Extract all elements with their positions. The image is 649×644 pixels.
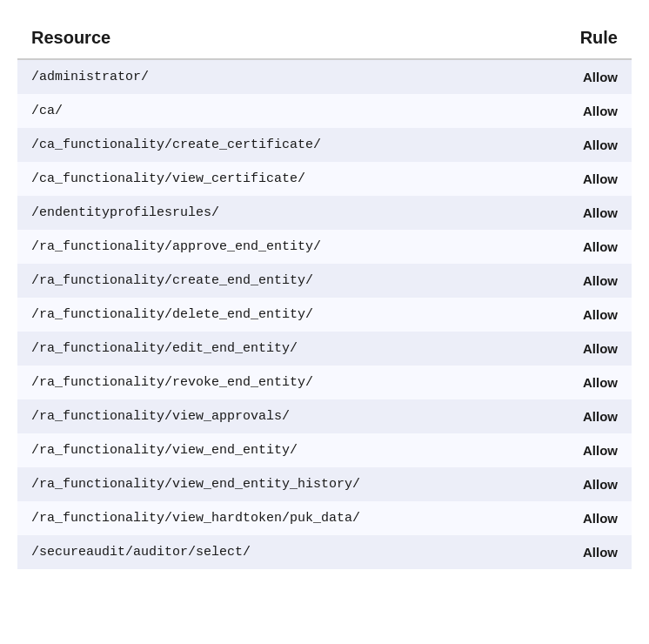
rule-cell: Allow xyxy=(536,501,632,535)
resource-cell: /ca/ xyxy=(17,94,536,128)
table-row: /ra_functionality/approve_end_entity/All… xyxy=(17,230,632,264)
table-row: /ra_functionality/edit_end_entity/Allow xyxy=(17,332,632,366)
resource-cell: /ra_functionality/edit_end_entity/ xyxy=(17,332,536,366)
rule-cell: Allow xyxy=(536,230,632,264)
resource-cell: /ra_functionality/view_approvals/ xyxy=(17,399,536,433)
table-row: /ca_functionality/create_certificate/All… xyxy=(17,128,632,162)
resource-cell: /ra_functionality/view_hardtoken/puk_dat… xyxy=(17,501,536,535)
rule-cell: Allow xyxy=(536,298,632,332)
table-row: /ca_functionality/view_certificate/Allow xyxy=(17,162,632,196)
table-row: /ra_functionality/view_hardtoken/puk_dat… xyxy=(17,501,632,535)
rule-column-header: Rule xyxy=(536,17,632,59)
rule-cell: Allow xyxy=(536,94,632,128)
rule-cell: Allow xyxy=(536,196,632,230)
resource-cell: /ra_functionality/view_end_entity_histor… xyxy=(17,467,536,501)
resource-rule-table: Resource Rule /administrator/Allow/ca/Al… xyxy=(17,17,632,569)
table-row: /ra_functionality/delete_end_entity/Allo… xyxy=(17,298,632,332)
resource-cell: /ra_functionality/approve_end_entity/ xyxy=(17,230,536,264)
rule-cell: Allow xyxy=(536,264,632,298)
resource-cell: /ca_functionality/view_certificate/ xyxy=(17,162,536,196)
resource-cell: /secureaudit/auditor/select/ xyxy=(17,535,536,569)
rule-cell: Allow xyxy=(536,535,632,569)
table-row: /secureaudit/auditor/select/Allow xyxy=(17,535,632,569)
table-row: /ra_functionality/view_approvals/Allow xyxy=(17,399,632,433)
table-row: /administrator/Allow xyxy=(17,59,632,94)
resource-cell: /ra_functionality/revoke_end_entity/ xyxy=(17,366,536,399)
table-row: /endentityprofilesrules/Allow xyxy=(17,196,632,230)
table-row: /ra_functionality/view_end_entity/Allow xyxy=(17,433,632,467)
resource-cell: /ra_functionality/delete_end_entity/ xyxy=(17,298,536,332)
rule-cell: Allow xyxy=(536,59,632,94)
resource-cell: /ra_functionality/create_end_entity/ xyxy=(17,264,536,298)
rule-cell: Allow xyxy=(536,128,632,162)
resource-column-header: Resource xyxy=(17,17,536,59)
rule-cell: Allow xyxy=(536,433,632,467)
table-row: /ca/Allow xyxy=(17,94,632,128)
resource-cell: /ca_functionality/create_certificate/ xyxy=(17,128,536,162)
resource-cell: /ra_functionality/view_end_entity/ xyxy=(17,433,536,467)
table-row: /ra_functionality/create_end_entity/Allo… xyxy=(17,264,632,298)
resource-cell: /administrator/ xyxy=(17,59,536,94)
rule-cell: Allow xyxy=(536,332,632,366)
rule-cell: Allow xyxy=(536,399,632,433)
table-row: /ra_functionality/revoke_end_entity/Allo… xyxy=(17,366,632,399)
rule-cell: Allow xyxy=(536,366,632,399)
resource-cell: /endentityprofilesrules/ xyxy=(17,196,536,230)
table-row: /ra_functionality/view_end_entity_histor… xyxy=(17,467,632,501)
rule-cell: Allow xyxy=(536,162,632,196)
rule-cell: Allow xyxy=(536,467,632,501)
